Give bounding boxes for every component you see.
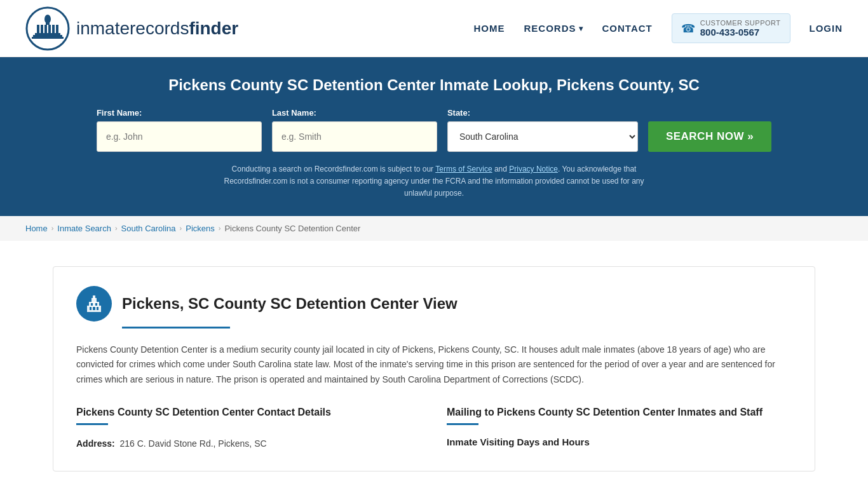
nav-contact[interactable]: CONTACT (602, 23, 653, 34)
content-box: Pickens, SC County SC Detention Center V… (53, 266, 815, 471)
svg-rect-6 (44, 25, 47, 33)
main-nav: HOME RECORDS ▾ CONTACT ☎ CUSTOMER SUPPOR… (473, 13, 843, 43)
state-label: State: (447, 108, 638, 118)
search-banner: Pickens County SC Detention Center Inmat… (0, 57, 868, 216)
state-group: State: South Carolina Alabama California (447, 108, 638, 152)
logo[interactable]: inmaterecordsfinder (25, 6, 238, 51)
svg-rect-17 (93, 307, 95, 310)
visiting-subheading: Inmate Visiting Days and Hours (447, 437, 792, 447)
svg-rect-16 (90, 307, 92, 310)
svg-rect-7 (48, 25, 51, 33)
breadcrumb-sep-4: › (219, 224, 221, 232)
svg-point-0 (27, 8, 69, 50)
contact-details-section: Pickens County SC Detention Center Conta… (76, 407, 421, 452)
breadcrumb-inmate-search[interactable]: Inmate Search (57, 224, 111, 233)
facility-description: Pickens County Detention Center is a med… (76, 342, 792, 388)
breadcrumb-county[interactable]: Pickens (186, 224, 215, 233)
contact-heading: Pickens County SC Detention Center Conta… (76, 407, 421, 418)
first-name-label: First Name: (97, 108, 262, 118)
site-header: inmaterecordsfinder HOME RECORDS ▾ CONTA… (0, 0, 868, 57)
state-select[interactable]: South Carolina Alabama California (447, 121, 638, 152)
svg-rect-20 (95, 303, 97, 306)
customer-support-button[interactable]: ☎ CUSTOMER SUPPORT 800-433-0567 (672, 13, 790, 43)
main-content: Pickens, SC County SC Detention Center V… (27, 241, 841, 488)
contact-underline (76, 423, 108, 425)
breadcrumb: Home › Inmate Search › South Carolina › … (0, 216, 868, 241)
facility-title: Pickens, SC County SC Detention Center V… (122, 295, 458, 313)
search-form: First Name: Last Name: State: South Caro… (25, 108, 843, 152)
first-name-group: First Name: (97, 108, 262, 152)
svg-rect-9 (56, 25, 58, 33)
svg-rect-3 (35, 33, 60, 35)
support-label: CUSTOMER SUPPORT (700, 19, 781, 27)
svg-rect-19 (91, 303, 93, 306)
search-button[interactable]: SEARCH NOW » (648, 121, 771, 152)
svg-rect-4 (37, 25, 39, 33)
breadcrumb-sep-3: › (180, 224, 182, 232)
facility-header: Pickens, SC County SC Detention Center V… (76, 286, 792, 322)
last-name-group: Last Name: (272, 108, 437, 152)
page-title: Pickens County SC Detention Center Inmat… (25, 76, 843, 94)
disclaimer-text: Conducting a search on Recordsfinder.com… (25, 163, 843, 200)
phone-icon: ☎ (681, 22, 695, 36)
building-icon (85, 294, 104, 313)
breadcrumb-sep-2: › (115, 224, 118, 232)
terms-link[interactable]: Terms of Service (435, 165, 492, 173)
login-button[interactable]: LOGIN (810, 23, 843, 34)
title-underline (122, 327, 230, 329)
address-row: Address: 216 C. David Stone Rd., Pickens… (76, 437, 421, 452)
address-label: Address: (76, 438, 115, 449)
nav-home[interactable]: HOME (473, 23, 505, 34)
svg-rect-2 (46, 22, 50, 25)
svg-rect-10 (33, 35, 62, 37)
logo-icon (25, 6, 70, 51)
mailing-section: Mailing to Pickens County SC Detention C… (447, 407, 792, 452)
breadcrumb-state[interactable]: South Carolina (121, 224, 176, 233)
two-col-section: Pickens County SC Detention Center Conta… (76, 407, 792, 452)
first-name-input[interactable] (97, 121, 262, 152)
svg-rect-15 (93, 295, 95, 299)
breadcrumb-current: Pickens County SC Detention Center (224, 224, 360, 233)
svg-rect-8 (52, 25, 55, 33)
logo-text: inmaterecordsfinder (76, 18, 238, 39)
facility-icon (76, 286, 112, 322)
nav-records[interactable]: RECORDS ▾ (524, 23, 583, 34)
phone-number: 800-433-0567 (700, 27, 781, 37)
mailing-heading: Mailing to Pickens County SC Detention C… (447, 407, 792, 418)
last-name-label: Last Name: (272, 108, 437, 118)
address-value: 216 C. David Stone Rd., Pickens, SC (119, 438, 266, 449)
svg-rect-11 (32, 37, 64, 39)
mailing-underline (447, 423, 478, 425)
svg-point-1 (44, 15, 51, 24)
breadcrumb-sep-1: › (51, 224, 54, 232)
svg-rect-18 (97, 307, 98, 310)
last-name-input[interactable] (272, 121, 437, 152)
privacy-link[interactable]: Privacy Notice (509, 165, 558, 173)
breadcrumb-home[interactable]: Home (25, 224, 48, 233)
svg-rect-5 (41, 25, 43, 33)
chevron-down-icon: ▾ (579, 24, 583, 33)
